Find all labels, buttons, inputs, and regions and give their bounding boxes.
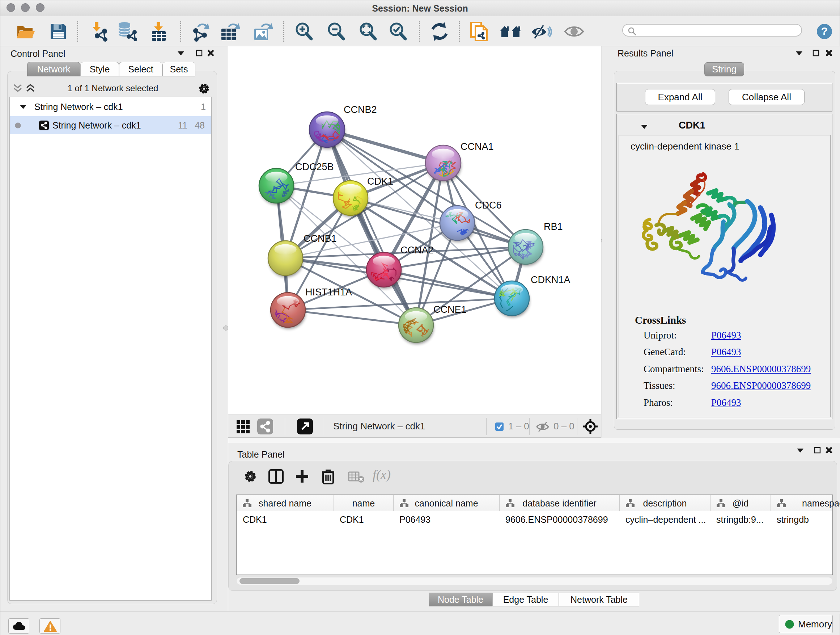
table-cell[interactable]: stringdb:9...: [716, 515, 764, 525]
column-header--id[interactable]: @id: [711, 495, 771, 511]
expand-all-button[interactable]: Expand All: [645, 89, 715, 105]
results-panel-float-icon[interactable]: [813, 50, 819, 57]
cloud-button[interactable]: [8, 618, 29, 633]
control-panel-close-icon[interactable]: [207, 49, 215, 57]
column-header-label: namespace: [802, 498, 840, 508]
network-collection-row[interactable]: String Network – cdk1 1: [10, 97, 211, 116]
table-panel-title: Table Panel: [237, 449, 285, 460]
tab-string[interactable]: String: [704, 62, 744, 76]
tab-select[interactable]: Select: [119, 62, 163, 76]
crosslink-link[interactable]: P06493: [711, 397, 741, 409]
refresh-icon[interactable]: [429, 21, 450, 42]
zoom-in-icon[interactable]: [294, 21, 314, 42]
tab-style[interactable]: Style: [80, 62, 119, 76]
open-session-icon[interactable]: [16, 23, 35, 40]
delete-table-icon[interactable]: [348, 470, 365, 483]
column-header-canonical-name[interactable]: canonical name: [393, 495, 500, 511]
zoom-selected-icon[interactable]: [388, 21, 408, 42]
network-edge-CCNA2-CDKN1A[interactable]: [384, 270, 512, 298]
statusbar-separator: [323, 418, 323, 435]
horizontal-splitter[interactable]: [228, 438, 840, 443]
toolbar-separator: [283, 21, 284, 42]
column-header-label: @id: [711, 498, 771, 508]
left-splitter-handle[interactable]: [223, 325, 228, 331]
zoom-fit-icon[interactable]: [358, 21, 378, 42]
add-column-icon[interactable]: [295, 469, 309, 484]
tab-sets[interactable]: Sets: [163, 62, 195, 76]
crosslink-link[interactable]: P06493: [711, 330, 741, 341]
warnings-button[interactable]: [39, 618, 60, 633]
control-panel-float-icon[interactable]: [196, 50, 202, 57]
column-header-database-identifier[interactable]: database identifier: [500, 495, 620, 511]
open-in-window-icon[interactable]: [297, 418, 313, 434]
network-node-label-CCNA2: CCNA2: [401, 245, 434, 256]
tab-node-table[interactable]: Node Table: [429, 593, 493, 606]
table-cell[interactable]: CDK1: [243, 515, 267, 525]
network-edge-HIST1H1A-CCNE1[interactable]: [288, 310, 416, 325]
split-table-icon[interactable]: [268, 469, 284, 484]
save-session-icon[interactable]: [49, 22, 67, 41]
selected-checkbox-icon[interactable]: [495, 423, 504, 431]
crosslink-link[interactable]: P06493: [711, 347, 741, 358]
table-hscrollbar-thumb[interactable]: [240, 578, 300, 584]
column-header-shared-name[interactable]: shared name: [237, 495, 334, 511]
network-graph[interactable]: CCNB2CCNA1CDC25BCDK1CDC6RB1CCNB1CCNA2CDK…: [228, 46, 601, 415]
tab-network-table[interactable]: Network Table: [559, 593, 639, 606]
memory-button[interactable]: Memory: [779, 615, 833, 633]
network-options-gear-icon[interactable]: [197, 82, 210, 95]
table-cell[interactable]: 9606.ENSP00000378699: [505, 515, 608, 525]
results-panel-menu-icon[interactable]: [795, 50, 803, 56]
network-node-count: 11: [178, 120, 187, 131]
export-network-icon[interactable]: [191, 21, 211, 42]
toolbar-separator: [419, 21, 420, 42]
help-icon[interactable]: ?: [816, 23, 833, 40]
table-panel-float-icon[interactable]: [814, 447, 821, 454]
delete-column-icon[interactable]: [321, 469, 335, 485]
fit-selected-crosshair-icon[interactable]: [583, 418, 598, 434]
hide-selected-icon[interactable]: [531, 22, 552, 41]
table-panel-menu-icon[interactable]: [796, 448, 804, 453]
export-image-icon[interactable]: [253, 21, 273, 42]
protein-expander-icon[interactable]: [640, 124, 648, 130]
table-cell[interactable]: stringdb: [777, 515, 809, 525]
table-cell[interactable]: P06493: [399, 515, 431, 525]
share-network-icon[interactable]: [257, 418, 273, 434]
export-table-icon[interactable]: [220, 21, 240, 42]
crosslink-link[interactable]: 9606.ENSP00000378699: [711, 380, 811, 391]
network-edge-count: 48: [195, 120, 205, 131]
network-canvas[interactable]: CCNB2CCNA1CDC25BCDK1CDC6RB1CCNB1CCNA2CDK…: [228, 46, 601, 415]
collapse-all-networks-icon[interactable]: [13, 84, 23, 93]
clone-network-icon[interactable]: [470, 21, 488, 42]
function-builder-icon[interactable]: f(x): [373, 467, 391, 482]
table-cell[interactable]: cyclin–dependent ...: [625, 515, 706, 525]
results-panel-close-icon[interactable]: [825, 49, 833, 57]
import-network-from-file-icon[interactable]: [88, 21, 109, 42]
birdseye-grid-icon[interactable]: [236, 420, 250, 434]
collapse-all-button[interactable]: Collapse All: [729, 89, 805, 105]
column-header-description[interactable]: description: [620, 495, 711, 511]
network-overview-icon[interactable]: [500, 22, 523, 41]
control-panel-menu-icon[interactable]: [177, 50, 185, 56]
column-header-namespace[interactable]: namespace: [771, 495, 833, 511]
search-box: [622, 24, 802, 36]
crosslink-link[interactable]: 9606.ENSP00000378699: [711, 363, 811, 375]
show-all-icon[interactable]: [564, 24, 584, 40]
table-panel-close-icon[interactable]: [825, 447, 833, 454]
cloud-icon: [13, 621, 26, 631]
network-row[interactable]: String Network – cdk1 11 48: [10, 116, 211, 134]
table-settings-gear-icon[interactable]: [243, 469, 257, 484]
zoom-out-icon[interactable]: [326, 21, 346, 42]
import-network-from-database-icon[interactable]: [117, 21, 137, 42]
table-container: f(x) shared namenamecanonical namedataba…: [228, 461, 837, 591]
expand-all-networks-icon[interactable]: [25, 84, 35, 93]
column-header-name[interactable]: name: [334, 495, 393, 511]
import-table-from-file-icon[interactable]: [149, 21, 168, 42]
tab-network[interactable]: Network: [27, 62, 80, 76]
table-hscrollbar[interactable]: [236, 577, 833, 585]
table-row[interactable]: CDK1CDK1P064939606.ENSP00000378699cyclin…: [237, 511, 832, 528]
table-cell[interactable]: CDK1: [340, 515, 364, 525]
search-input[interactable]: [639, 25, 799, 35]
tab-edge-table[interactable]: Edge Table: [493, 593, 559, 606]
crosslink-label: Tissues:: [644, 380, 676, 391]
collection-expander-icon[interactable]: [19, 104, 27, 110]
